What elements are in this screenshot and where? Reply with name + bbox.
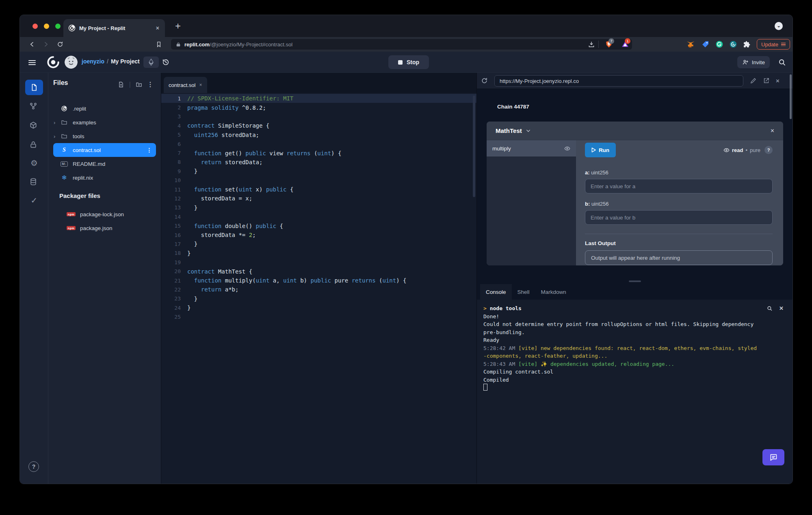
editor-tab-contract-sol[interactable]: contract.sol × bbox=[164, 77, 207, 93]
code-line[interactable]: 9 } bbox=[161, 167, 476, 176]
console-output[interactable]: > node toolsDone!Could not determine ent… bbox=[477, 300, 793, 484]
history-icon[interactable] bbox=[162, 58, 170, 66]
run-button[interactable]: Run bbox=[585, 143, 616, 157]
new-tab-button[interactable]: + bbox=[175, 20, 181, 32]
rail-item-checks-icon[interactable]: ✓ bbox=[29, 196, 39, 205]
editor-scrollbar[interactable] bbox=[473, 96, 475, 197]
reload-icon[interactable] bbox=[57, 41, 63, 48]
bookmark-sidebar-icon[interactable] bbox=[156, 41, 162, 48]
rail-item-packages[interactable] bbox=[29, 121, 39, 131]
page-scrollbar[interactable] bbox=[790, 74, 792, 119]
tag-extension-icon[interactable] bbox=[702, 40, 708, 47]
code-line[interactable]: 14 bbox=[161, 212, 476, 221]
back-icon[interactable] bbox=[29, 41, 35, 48]
code-line[interactable]: 16 storedData *= 2; bbox=[161, 230, 476, 239]
editor-tab-close-icon[interactable]: × bbox=[199, 82, 202, 88]
search-icon[interactable] bbox=[778, 58, 786, 66]
save-page-icon[interactable] bbox=[588, 41, 594, 48]
brave-rewards-icon[interactable]: 1 bbox=[621, 40, 628, 47]
code-line[interactable]: 10 bbox=[161, 176, 476, 185]
console-tab-console[interactable]: Console bbox=[480, 284, 512, 300]
code-line[interactable]: 13 } bbox=[161, 203, 476, 212]
file-item-tools[interactable]: ›tools bbox=[53, 129, 156, 143]
param-a-input[interactable] bbox=[585, 179, 773, 193]
code-line[interactable]: 20contract MathTest { bbox=[161, 267, 476, 276]
contract-name[interactable]: MathTest bbox=[496, 127, 522, 134]
file-item--replit[interactable]: .replit bbox=[53, 102, 156, 115]
breadcrumb-project[interactable]: My Project bbox=[111, 58, 140, 65]
code-line[interactable]: 4contract SimpleStorage { bbox=[161, 121, 476, 130]
chevron-right-icon[interactable]: › bbox=[54, 133, 55, 139]
brave-shield-icon[interactable]: 7 bbox=[605, 40, 611, 47]
rail-item-files[interactable] bbox=[25, 80, 43, 95]
code-line[interactable]: 22 return a*b; bbox=[161, 285, 476, 294]
code-line[interactable]: 7 function get() public view returns (ui… bbox=[161, 148, 476, 157]
code-line[interactable]: 5 uint256 storedData; bbox=[161, 130, 476, 139]
close-window-button[interactable] bbox=[32, 24, 38, 29]
code-line[interactable]: 8 return storedData; bbox=[161, 158, 476, 167]
rail-item-version-control[interactable] bbox=[29, 102, 39, 112]
code-line[interactable]: 23 } bbox=[161, 294, 476, 303]
tab-search-button[interactable]: ⌄ bbox=[775, 22, 783, 30]
code-line[interactable]: 25 bbox=[161, 312, 476, 321]
file-item-package-json[interactable]: npmpackage.json bbox=[53, 221, 156, 235]
invite-button[interactable]: Invite bbox=[737, 56, 770, 68]
rail-item-settings-gear-icon[interactable]: ⚙ bbox=[29, 158, 39, 168]
close-tab-icon[interactable]: × bbox=[155, 25, 160, 31]
zoom-window-button[interactable] bbox=[55, 24, 61, 29]
browser-tab[interactable]: My Project - Replit × bbox=[63, 19, 165, 37]
webview-close-icon[interactable]: × bbox=[776, 77, 783, 84]
code-line[interactable]: 1// SPDX-License-Identifier: MIT bbox=[161, 94, 476, 103]
webview-edit-pencil-icon[interactable] bbox=[750, 77, 757, 84]
chat-fab[interactable] bbox=[762, 449, 784, 465]
code-line[interactable]: 2pragma solidity ^0.8.2; bbox=[161, 103, 476, 112]
replit-logo-icon[interactable] bbox=[47, 56, 60, 69]
code-line[interactable]: 21 function multiply(uint a, uint b) pub… bbox=[161, 276, 476, 285]
help-button[interactable]: ? bbox=[28, 461, 39, 472]
file-item-readme-md[interactable]: M↓README.md bbox=[53, 157, 156, 171]
pane-resize-handle[interactable] bbox=[629, 280, 641, 282]
chevron-right-icon[interactable]: › bbox=[54, 120, 55, 126]
code-line[interactable]: 11 function set(uint x) public { bbox=[161, 185, 476, 194]
ethereum-badge[interactable] bbox=[143, 56, 159, 68]
grammarly-extension-icon[interactable] bbox=[715, 40, 722, 47]
webview-reload-icon[interactable] bbox=[481, 77, 488, 84]
webview-url-input[interactable] bbox=[494, 75, 743, 87]
browser-update-button[interactable]: Update bbox=[757, 39, 790, 50]
minimize-window-button[interactable] bbox=[44, 24, 49, 29]
new-file-icon[interactable] bbox=[118, 81, 124, 88]
file-item-replit-nix[interactable]: ❄replit.nix bbox=[53, 171, 156, 185]
console-tab-shell[interactable]: Shell bbox=[512, 284, 535, 300]
code-lines[interactable]: 1// SPDX-License-Identifier: MIT2pragma … bbox=[161, 94, 476, 322]
code-line[interactable]: 3 bbox=[161, 112, 476, 121]
code-line[interactable]: 24} bbox=[161, 303, 476, 312]
user-avatar[interactable] bbox=[65, 56, 78, 69]
contract-card-close-icon[interactable]: × bbox=[771, 127, 774, 135]
forward-icon[interactable] bbox=[43, 41, 49, 48]
new-folder-icon[interactable] bbox=[136, 81, 142, 88]
rail-item-database[interactable] bbox=[29, 178, 39, 187]
address-bar[interactable]: replit.com/@joenyzio/My-Project#contract… bbox=[171, 39, 632, 50]
files-menu-kebab-icon[interactable]: ⋮ bbox=[147, 80, 154, 88]
breadcrumb[interactable]: joenyzio/My Project bbox=[82, 58, 140, 65]
chevron-down-icon[interactable] bbox=[526, 128, 531, 133]
extensions-puzzle-icon[interactable] bbox=[743, 40, 749, 47]
console-search-icon[interactable] bbox=[767, 305, 773, 311]
code-line[interactable]: 12 storedData = x; bbox=[161, 194, 476, 203]
file-item-contract-sol[interactable]: Scontract.sol⋮ bbox=[53, 143, 156, 157]
code-line[interactable]: 19 bbox=[161, 258, 476, 267]
code-line[interactable]: 6 bbox=[161, 139, 476, 148]
console-clear-icon[interactable]: ✕ bbox=[779, 305, 784, 311]
file-item-package-lock-json[interactable]: npmpackage-lock.json bbox=[53, 207, 156, 221]
replit-extension-icon[interactable] bbox=[729, 40, 736, 47]
hamburger-menu-icon[interactable] bbox=[28, 59, 36, 66]
function-item-multiply[interactable]: multiply bbox=[487, 140, 576, 156]
file-item-examples[interactable]: ›examples bbox=[53, 115, 156, 129]
breadcrumb-username[interactable]: joenyzio bbox=[82, 58, 104, 65]
help-chip[interactable]: ? bbox=[764, 146, 773, 154]
param-b-input[interactable] bbox=[585, 210, 773, 225]
console-tab-markdown[interactable]: Markdown bbox=[535, 284, 572, 300]
stop-button[interactable]: Stop bbox=[388, 55, 429, 69]
metamask-extension-icon[interactable] bbox=[686, 40, 693, 47]
rail-item-secrets[interactable] bbox=[29, 141, 39, 150]
